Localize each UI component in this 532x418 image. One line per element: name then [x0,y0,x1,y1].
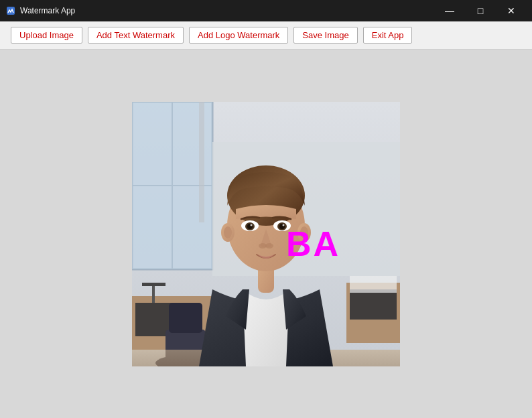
add-logo-watermark-button[interactable]: Add Logo Watermark [189,27,288,44]
toolbar: Upload Image Add Text Watermark Add Logo… [0,21,532,50]
image-container: BA [132,102,400,366]
add-text-watermark-button[interactable]: Add Text Watermark [88,27,184,44]
svg-point-36 [283,224,285,226]
svg-rect-11 [152,286,155,303]
close-button[interactable]: ✕ [496,0,527,21]
svg-point-32 [251,224,253,226]
app-icon [5,5,16,16]
svg-rect-24 [169,303,202,333]
exit-app-button[interactable]: Exit App [363,27,413,44]
main-canvas: BA [0,50,532,418]
svg-rect-8 [199,102,204,222]
window-controls: — □ ✕ [434,0,527,21]
app-title: Watermark App [20,6,75,15]
svg-rect-15 [350,276,397,293]
minimize-button[interactable]: — [434,0,465,21]
portrait-image: BA [132,102,400,366]
svg-text:BA: BA [286,224,340,263]
title-bar-left: Watermark App [5,5,75,16]
title-bar: Watermark App — □ ✕ [0,0,532,21]
svg-rect-0 [7,7,15,15]
svg-rect-14 [350,289,397,320]
svg-point-38 [265,243,273,249]
save-image-button[interactable]: Save Image [293,27,357,44]
svg-point-41 [224,226,232,238]
maximize-button[interactable]: □ [465,0,496,21]
upload-image-button[interactable]: Upload Image [11,27,82,44]
svg-rect-12 [142,283,165,286]
